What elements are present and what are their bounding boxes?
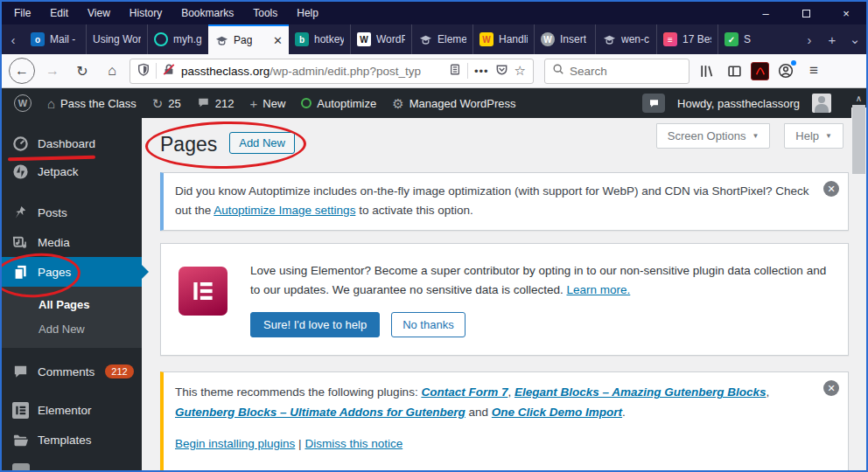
pocket-icon[interactable] xyxy=(495,63,508,79)
screen-options-button[interactable]: Screen Options▼ xyxy=(656,123,771,149)
new-tab-button[interactable]: + xyxy=(821,24,844,54)
updates-link[interactable]: ↻25 xyxy=(152,97,181,110)
tab-hotkeys[interactable]: b hotkey xyxy=(289,24,350,54)
one-click-demo-import-link[interactable]: One Click Demo Import xyxy=(492,406,622,419)
minimize-button[interactable]: – xyxy=(746,2,786,24)
adobe-acrobat-icon[interactable] xyxy=(751,62,769,80)
learn-more-link[interactable]: Learn more. xyxy=(566,283,630,296)
page-actions-icon[interactable]: ••• xyxy=(474,65,489,78)
tab-elementor[interactable]: Eleme xyxy=(411,24,472,54)
wp-logo-icon[interactable]: W xyxy=(14,94,32,112)
page-scrollbar[interactable]: ∧ xyxy=(851,88,866,470)
menu-tools[interactable]: Tools xyxy=(253,7,277,19)
elementor-optin-button[interactable]: Sure! I'd love to help xyxy=(250,312,380,337)
help-button[interactable]: Help▼ xyxy=(784,123,844,149)
dismiss-notice-icon[interactable]: ✕ xyxy=(823,380,839,396)
howdy-account-link[interactable]: Howdy, passtheclassorg xyxy=(677,97,800,110)
sidebar-item-dashboard[interactable]: Dashboard xyxy=(2,129,142,157)
tab-using-wordpress[interactable]: Using Wor xyxy=(86,24,147,54)
close-button[interactable]: × xyxy=(826,2,866,24)
autoptimize-status-icon xyxy=(301,98,312,108)
bing-icon: b xyxy=(295,32,309,46)
comments-count-badge: 212 xyxy=(105,364,133,378)
feedback-bubble-button[interactable] xyxy=(642,94,665,113)
comments-link[interactable]: 212 xyxy=(197,96,234,110)
sidebar-item-all-pages[interactable]: All Pages xyxy=(2,292,142,316)
menu-file[interactable]: File xyxy=(14,7,31,19)
wp-admin-bar: W ⌂Pass the Class ↻25 212 +New Autoptimi… xyxy=(2,88,866,118)
tracking-protection-shield-icon[interactable] xyxy=(137,63,150,79)
tab-list-dropdown-icon[interactable]: ⌄ xyxy=(844,24,866,54)
account-icon[interactable] xyxy=(774,59,797,82)
sidebar-item-templates[interactable]: Templates xyxy=(2,425,142,455)
search-input[interactable] xyxy=(570,65,666,78)
contact-form-7-link[interactable]: Contact Form 7 xyxy=(421,385,508,399)
managed-wordpress-link[interactable]: ⚙Managed WordPress xyxy=(392,97,515,110)
pushpin-icon xyxy=(12,205,29,221)
library-icon[interactable] xyxy=(695,59,718,82)
tab-handling[interactable]: W Handli xyxy=(472,24,534,54)
sidebar-toggle-icon[interactable] xyxy=(723,59,746,82)
tab-mail[interactable]: o Mail - xyxy=(24,24,86,54)
sidebar-item-comments[interactable]: Comments 212 xyxy=(2,357,142,386)
elementor-icon xyxy=(12,402,29,419)
elegant-blocks-link[interactable]: Elegant Blocks – Amazing Gutenberg Block… xyxy=(514,385,766,399)
sidebar-item-media[interactable]: Media xyxy=(2,227,142,257)
comments-bubble-icon xyxy=(197,96,210,110)
page-title: Pages xyxy=(160,133,217,156)
scrollbar-thumb[interactable] xyxy=(852,105,865,174)
menu-history[interactable]: History xyxy=(130,7,162,19)
reader-mode-icon[interactable] xyxy=(449,63,461,79)
pages-admin-content: Pages Add New Screen Options▼ Help▼ Did … xyxy=(142,118,866,470)
menu-bookmarks[interactable]: Bookmarks xyxy=(181,7,234,19)
tab-green-app[interactable]: ✓ S xyxy=(718,24,779,54)
sidebar-item-add-new[interactable]: Add New xyxy=(2,316,142,341)
new-content-link[interactable]: +New xyxy=(250,97,286,110)
reload-button[interactable]: ↻ xyxy=(70,59,94,83)
dismiss-this-notice-link[interactable]: Dismiss this notice xyxy=(304,437,402,450)
wordpress-icon: W xyxy=(541,32,555,46)
tab-wen[interactable]: wen-c xyxy=(595,24,656,54)
updates-icon: ↻ xyxy=(152,97,164,110)
tab-insert[interactable]: W Insert xyxy=(534,24,595,54)
insecure-lock-icon[interactable] xyxy=(163,63,175,79)
autoptimize-link[interactable]: Autoptimize xyxy=(301,97,376,110)
url-bar[interactable]: passtheclass.org/wp-admin/edit.php?post_… xyxy=(130,59,534,84)
home-button[interactable]: ⌂ xyxy=(100,59,124,83)
avatar[interactable] xyxy=(812,94,831,113)
gutenberg-blocks-link[interactable]: Gutenberg Blocks – Ultimate Addons for G… xyxy=(175,406,466,419)
bookmark-star-icon[interactable]: ☆ xyxy=(514,63,526,79)
pages-submenu: All Pages Add New xyxy=(2,287,142,348)
elementor-no-thanks-button[interactable]: No thanks xyxy=(391,312,466,337)
pages-icon xyxy=(12,264,29,281)
begin-installing-plugins-link[interactable]: Begin installing plugins xyxy=(175,437,295,450)
back-button[interactable]: ← xyxy=(9,58,35,84)
sidebar-item-jetpack[interactable]: Jetpack xyxy=(2,157,142,185)
autoptimize-settings-link[interactable]: Autoptimize Image settings xyxy=(214,204,355,217)
menu-help[interactable]: Help xyxy=(297,7,318,19)
menu-edit[interactable]: Edit xyxy=(50,7,68,19)
scroll-tabs-left-icon[interactable]: ‹ xyxy=(2,24,24,54)
browser-search-box[interactable] xyxy=(544,59,690,84)
scroll-tabs-right-icon[interactable]: › xyxy=(798,24,821,54)
autoptimize-notice: Did you know Autoptimize includes on-the… xyxy=(160,172,849,231)
theme-plugins-notice: This theme recommends the following plug… xyxy=(160,371,849,470)
dismiss-notice-icon[interactable]: ✕ xyxy=(823,181,839,197)
tab-pages-active[interactable]: Pag ✕ xyxy=(208,24,289,54)
forward-button[interactable]: → xyxy=(40,59,65,83)
tab-wikipedia[interactable]: W WordP xyxy=(350,24,411,54)
sidebar-item-pages[interactable]: Pages xyxy=(2,257,142,287)
browser-window: File Edit View History Bookmarks Tools H… xyxy=(0,0,868,472)
sidebar-item-elementor[interactable]: Elementor xyxy=(2,395,142,425)
url-text[interactable]: passtheclass.org/wp-admin/edit.php?post_… xyxy=(181,65,443,78)
add-new-button[interactable]: Add New xyxy=(229,132,295,154)
menu-view[interactable]: View xyxy=(88,7,110,19)
tab-close-icon[interactable]: ✕ xyxy=(273,34,283,47)
tab-godaddy[interactable]: myh.g xyxy=(147,24,208,54)
maximize-button[interactable] xyxy=(786,2,826,24)
app-menu-icon[interactable]: ≡ xyxy=(802,59,825,82)
navigation-toolbar: ← → ↻ ⌂ passtheclass.org/wp-admin/edit.p… xyxy=(2,54,866,88)
sidebar-item-posts[interactable]: Posts xyxy=(2,198,142,227)
tab-17-best[interactable]: ≡ 17 Bes xyxy=(656,24,718,54)
site-name-link[interactable]: ⌂Pass the Class xyxy=(47,97,136,110)
